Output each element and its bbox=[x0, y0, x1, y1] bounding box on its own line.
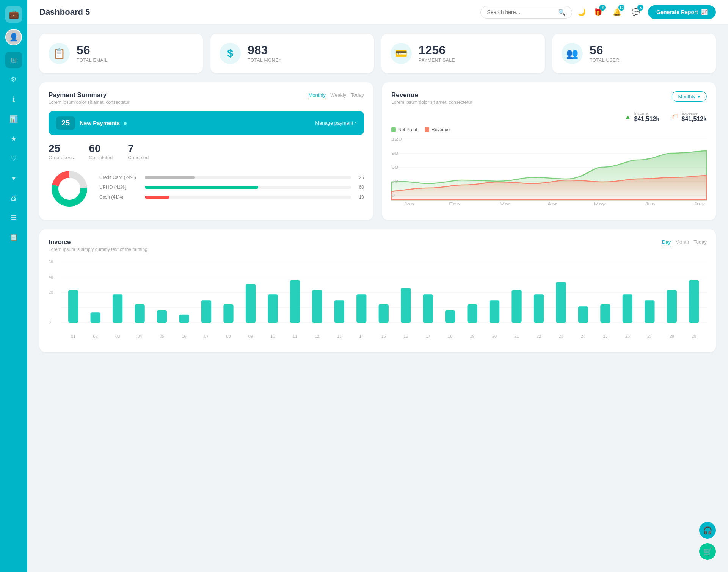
payment-stat-info: 1256 PAYMENT SALE bbox=[419, 44, 455, 63]
support-fab[interactable]: 🎧 bbox=[699, 522, 716, 539]
revenue-dot bbox=[425, 127, 429, 132]
generate-report-button[interactable]: Generate Report 📈 bbox=[648, 5, 716, 19]
user-count: 56 bbox=[590, 44, 620, 56]
svg-text:40: 40 bbox=[49, 275, 53, 279]
invoice-chart: 60 40 20 0 01020304050607080910111213141… bbox=[49, 258, 707, 342]
stat-card-payment: 💳 1256 PAYMENT SALE bbox=[381, 34, 545, 73]
svg-rect-86 bbox=[689, 280, 699, 323]
dark-mode-toggle[interactable]: 🌙 bbox=[577, 8, 586, 16]
income-stat: ▲ Income $41,512k bbox=[624, 111, 660, 122]
email-icon: 📋 bbox=[49, 43, 70, 64]
cart-fab[interactable]: 🛒 bbox=[699, 543, 716, 560]
legend-revenue: Revenue bbox=[425, 127, 450, 132]
chat-button[interactable]: 💬 5 bbox=[629, 5, 643, 19]
svg-rect-76 bbox=[578, 306, 588, 323]
income-label: Income bbox=[634, 111, 660, 116]
new-payments-left: 25 New Payments bbox=[56, 116, 127, 130]
donut-chart bbox=[49, 168, 90, 211]
sidebar-item-info[interactable]: ℹ bbox=[5, 91, 22, 108]
tab-month[interactable]: Month bbox=[675, 238, 689, 246]
fab-buttons: 🎧 🛒 bbox=[699, 522, 716, 560]
revenue-monthly-dropdown[interactable]: Monthly ▾ bbox=[672, 91, 707, 102]
svg-rect-30 bbox=[68, 290, 78, 323]
credit-card-label: Credit Card (24%) bbox=[99, 175, 141, 180]
expense-stat: 🏷 Expense $41,512k bbox=[672, 111, 707, 122]
money-stat-info: 983 TOTAL MONEY bbox=[248, 44, 282, 63]
svg-text:90: 90 bbox=[391, 151, 399, 155]
credit-card-bar bbox=[145, 176, 195, 179]
new-payments-label: New Payments bbox=[80, 120, 127, 126]
svg-text:22: 22 bbox=[537, 334, 541, 338]
cash-bar bbox=[145, 196, 169, 199]
svg-rect-40 bbox=[179, 315, 189, 323]
svg-text:20: 20 bbox=[492, 334, 497, 338]
invoice-card: Invoice Lorem Ipsum is simply dummy text… bbox=[39, 229, 716, 352]
invoice-title-group: Invoice Lorem Ipsum is simply dummy text… bbox=[49, 238, 147, 252]
svg-text:0: 0 bbox=[391, 193, 395, 197]
header: Dashboard 5 🔍 🌙 🎁 2 🔔 12 💬 5 Generate Re… bbox=[27, 0, 728, 25]
user-label: TOTAL USER bbox=[590, 58, 620, 63]
svg-text:29: 29 bbox=[692, 334, 696, 338]
canceled-label: Canceled bbox=[128, 155, 149, 160]
search-input[interactable] bbox=[487, 9, 555, 15]
legend-net-profit: Net Profit bbox=[391, 127, 417, 132]
stat-card-user: 👥 56 TOTAL USER bbox=[552, 34, 716, 73]
tab-weekly[interactable]: Weekly bbox=[330, 91, 346, 99]
bell-button[interactable]: 🔔 12 bbox=[610, 5, 624, 19]
tab-today[interactable]: Today bbox=[693, 238, 707, 246]
gift-button[interactable]: 🎁 2 bbox=[591, 5, 605, 19]
upi-bar bbox=[145, 186, 258, 189]
progress-credit-card: Credit Card (24%) 25 bbox=[99, 175, 364, 180]
tab-day[interactable]: Day bbox=[662, 238, 671, 246]
sidebar-logo[interactable]: 💼 bbox=[5, 6, 22, 23]
sidebar-item-menu[interactable]: ☰ bbox=[5, 209, 22, 226]
svg-text:28: 28 bbox=[670, 334, 674, 338]
revenue-legend: Net Profit Revenue bbox=[391, 127, 707, 132]
sidebar-item-heart2[interactable]: ♥ bbox=[5, 170, 22, 186]
stat-completed: 60 Completed bbox=[89, 143, 113, 160]
svg-text:14: 14 bbox=[359, 334, 364, 338]
svg-rect-54 bbox=[334, 300, 344, 323]
cash-val: 10 bbox=[355, 194, 364, 200]
svg-rect-78 bbox=[600, 304, 610, 323]
upi-val: 60 bbox=[355, 185, 364, 190]
manage-payment-link[interactable]: Manage payment › bbox=[315, 120, 356, 126]
svg-text:24: 24 bbox=[581, 334, 585, 338]
svg-text:06: 06 bbox=[182, 334, 186, 338]
revenue-legend-label: Revenue bbox=[431, 127, 450, 132]
revenue-card: Revenue Lorem ipsum dolor sit amet, cons… bbox=[382, 82, 716, 220]
svg-rect-36 bbox=[135, 304, 144, 323]
svg-text:03: 03 bbox=[115, 334, 120, 338]
chart-icon: 📈 bbox=[701, 9, 708, 15]
chevron-down-icon: ▾ bbox=[698, 94, 700, 99]
header-right: 🔍 🌙 🎁 2 🔔 12 💬 5 Generate Report 📈 bbox=[480, 5, 716, 19]
svg-rect-56 bbox=[356, 294, 366, 323]
payment-summary-subtitle: Lorem ipsum dolor sit amet, consectetur bbox=[49, 100, 129, 105]
revenue-header: Revenue Lorem ipsum dolor sit amet, cons… bbox=[391, 91, 707, 105]
tab-today[interactable]: Today bbox=[351, 91, 364, 99]
svg-rect-32 bbox=[91, 312, 100, 323]
svg-text:Jan: Jan bbox=[404, 202, 414, 206]
email-stat-info: 56 TOTAL EMAIL bbox=[77, 44, 108, 63]
svg-rect-84 bbox=[667, 290, 677, 323]
sidebar-item-list[interactable]: 📋 bbox=[5, 229, 22, 246]
avatar[interactable]: 👤 bbox=[5, 29, 22, 45]
income-info: Income $41,512k bbox=[634, 111, 660, 122]
sidebar-item-star[interactable]: ★ bbox=[5, 130, 22, 147]
sidebar-item-analytics[interactable]: 📊 bbox=[5, 111, 22, 127]
income-stat-spacer bbox=[391, 111, 612, 122]
sidebar-item-print[interactable]: 🖨 bbox=[5, 190, 22, 206]
sidebar-item-settings[interactable]: ⚙ bbox=[5, 71, 22, 88]
sidebar-item-dashboard[interactable]: ⊞ bbox=[5, 52, 22, 68]
expense-info: Expense $41,512k bbox=[681, 111, 707, 122]
svg-rect-66 bbox=[467, 304, 477, 323]
sidebar-item-heart[interactable]: ♡ bbox=[5, 150, 22, 167]
search-icon: 🔍 bbox=[558, 9, 566, 16]
stats-grid: 📋 56 TOTAL EMAIL $ 983 TOTAL MONEY 💳 125… bbox=[39, 34, 716, 73]
search-box[interactable]: 🔍 bbox=[480, 6, 572, 19]
svg-rect-34 bbox=[113, 294, 122, 323]
svg-point-3 bbox=[59, 178, 80, 199]
on-process-num: 25 bbox=[49, 143, 74, 155]
tab-monthly[interactable]: Monthly bbox=[308, 91, 326, 99]
svg-text:Feb: Feb bbox=[449, 202, 460, 206]
